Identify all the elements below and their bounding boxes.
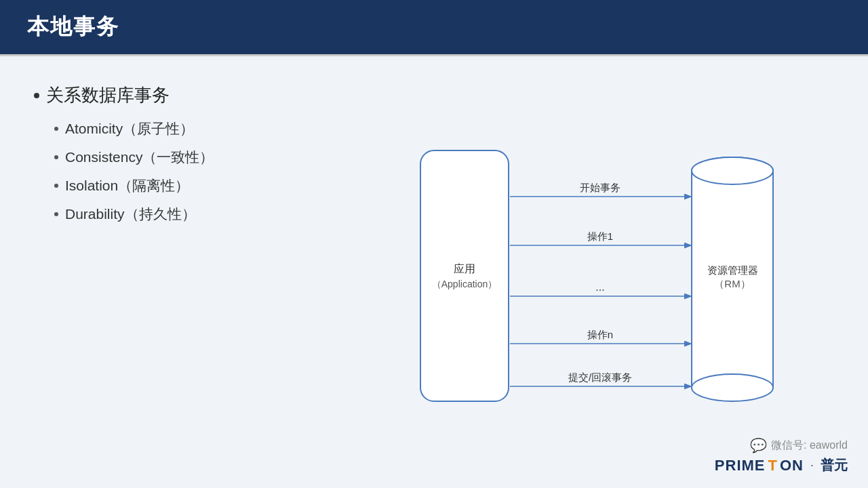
svg-point-2: [692, 374, 773, 401]
app-box: [420, 150, 509, 401]
page-title: 本地事务: [27, 12, 119, 42]
header: 本地事务: [0, 0, 868, 54]
brand-logo: PRIME T ON · 普元: [715, 456, 848, 474]
brand-sep: ·: [810, 458, 814, 472]
sub-bullet-3: Durability（持久性）: [54, 205, 359, 224]
diagram-area: 应用 （Application） 资源管理器 （RM） 开始事务 操作1 ...: [359, 77, 834, 468]
arrow-label-3: 操作n: [587, 329, 613, 340]
brand-cn: 普元: [821, 456, 848, 474]
main-bullet-dot: [34, 93, 39, 98]
diagram-svg: 应用 （Application） 资源管理器 （RM） 开始事务 操作1 ...: [400, 96, 793, 449]
brand-ton: T: [768, 457, 777, 474]
sub-dot-1: [54, 155, 58, 159]
arrow-label-0: 开始事务: [580, 182, 620, 193]
app-label2: （Application）: [432, 279, 498, 289]
sub-dot-2: [54, 184, 58, 188]
left-panel: 关系数据库事务 Atomicity（原子性） Consistency（一致性） …: [34, 77, 359, 468]
wechat-info: 💬 微信号: eaworld: [750, 437, 848, 453]
wechat-icon: 💬: [750, 437, 767, 453]
footer: 💬 微信号: eaworld PRIME T ON · 普元: [715, 437, 848, 474]
arrow-label-4: 提交/回滚事务: [568, 371, 632, 383]
main-content: 关系数据库事务 Atomicity（原子性） Consistency（一致性） …: [0, 56, 868, 488]
svg-point-3: [692, 157, 773, 184]
app-label1: 应用: [454, 263, 475, 274]
sub-dot-3: [54, 212, 58, 216]
brand-prime: PRIME: [715, 457, 766, 474]
sub-dot-0: [54, 127, 58, 131]
brand-on: ON: [780, 457, 804, 474]
main-bullet: 关系数据库事务: [34, 83, 359, 107]
rm-label1: 资源管理器: [707, 264, 758, 276]
rm-label2: （RM）: [714, 278, 750, 289]
sub-bullet-1: Consistency（一致性）: [54, 148, 359, 167]
arrow-label-1: 操作1: [587, 230, 613, 242]
arrow-label-2: ...: [595, 281, 604, 293]
sub-bullet-2: Isolation（隔离性）: [54, 176, 359, 195]
sub-bullet-0: Atomicity（原子性）: [54, 119, 359, 138]
